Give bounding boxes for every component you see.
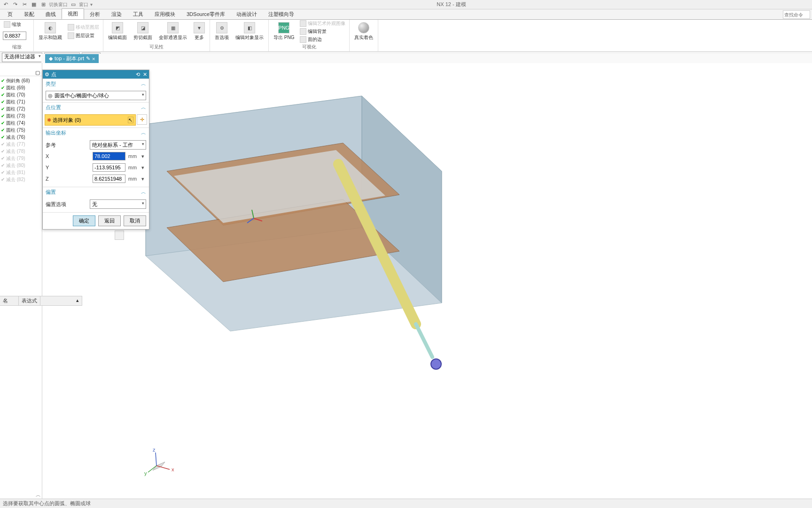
tab-assembly[interactable]: 装配 bbox=[18, 9, 40, 19]
tab-appmodule[interactable]: 应用模块 bbox=[149, 9, 181, 19]
tree-item[interactable]: ✔圆柱 (70) bbox=[0, 91, 42, 98]
tab-curve[interactable]: 曲线 bbox=[40, 9, 62, 19]
chevron-up-icon: ︿ bbox=[141, 189, 146, 196]
tree-item[interactable]: ✔圆柱 (72) bbox=[0, 105, 42, 112]
document-tab[interactable]: ◆ top - 副本.prt ✎ × bbox=[45, 54, 99, 63]
chevron-up-icon: ︿ bbox=[141, 80, 146, 87]
offset-combo[interactable]: 无 bbox=[90, 199, 146, 209]
tree-item-label: 圆柱 (75) bbox=[6, 127, 25, 134]
command-search-input[interactable] bbox=[783, 10, 810, 19]
zoom-value-input[interactable] bbox=[3, 32, 26, 40]
tree-item[interactable]: ✔圆柱 (69) bbox=[0, 84, 42, 91]
tree-item[interactable]: ✔减去 (81) bbox=[0, 169, 42, 176]
redo-icon[interactable]: ↷ bbox=[11, 1, 19, 8]
section-offset-header[interactable]: 偏置︿ bbox=[43, 187, 149, 197]
check-icon: ✔ bbox=[1, 99, 5, 104]
copy-icon[interactable]: ✂ bbox=[21, 1, 28, 8]
more-icon: ▼ bbox=[194, 22, 205, 33]
check-icon: ✔ bbox=[1, 142, 5, 147]
tree-item[interactable]: ✔圆柱 (71) bbox=[0, 98, 42, 105]
edit-section-icon: ◪ bbox=[137, 22, 148, 33]
tree-item-label: 减去 (78) bbox=[6, 148, 25, 155]
point-snap-button[interactable]: ✛ bbox=[137, 114, 147, 125]
type-combo[interactable]: ◎圆弧中心/椭圆中心/球心 bbox=[46, 91, 146, 100]
preferences-button[interactable]: ⚙首选项 bbox=[213, 21, 231, 42]
x-dropdown-icon[interactable]: ▾ bbox=[140, 153, 146, 159]
y-label: Y bbox=[46, 165, 49, 170]
tree-item-label: 倒斜角 (68) bbox=[6, 78, 30, 84]
tab-analysis[interactable]: 分析 bbox=[84, 9, 106, 19]
dialog-titlebar[interactable]: ⚙点 ⟲✕ bbox=[43, 70, 149, 79]
window-label[interactable]: 窗口 bbox=[79, 1, 88, 8]
art-appearance-button[interactable]: 编辑艺术外观图像 bbox=[299, 20, 346, 27]
back-button[interactable]: 返回 bbox=[98, 215, 121, 226]
layer-settings-button[interactable]: 图层设置 bbox=[67, 32, 100, 40]
move-layer-button[interactable]: 移动至图层 bbox=[67, 24, 100, 31]
showhide-button[interactable]: ◐显示和隐藏 bbox=[37, 21, 64, 42]
close-icon[interactable]: ✕ bbox=[143, 71, 147, 78]
section-position-header[interactable]: 点位置︿ bbox=[43, 102, 149, 112]
select-object-row[interactable]: ✱选择对象 (0) ↖ bbox=[45, 114, 136, 126]
col-name[interactable]: 名 bbox=[0, 296, 19, 305]
feature-tree[interactable]: ✔倒斜角 (68)✔圆柱 (69)✔圆柱 (70)✔圆柱 (71)✔圆柱 (72… bbox=[0, 76, 42, 183]
tab-moldwizard[interactable]: 注塑模向导 bbox=[263, 9, 300, 19]
tree-item[interactable]: ✔减去 (79) bbox=[0, 155, 42, 162]
section-coord-header[interactable]: 输出坐标︿ bbox=[43, 127, 149, 138]
face-edges-button[interactable]: 面的边 bbox=[299, 36, 346, 43]
col-sort-icon[interactable]: ▴ bbox=[40, 296, 82, 305]
zoom-button[interactable]: 缩放 bbox=[3, 21, 22, 28]
edit-section-button[interactable]: ◪剪切截面 bbox=[132, 21, 154, 42]
tree-item[interactable]: ✔减去 (77) bbox=[0, 141, 42, 148]
x-input[interactable] bbox=[93, 152, 125, 160]
tab-view[interactable]: 视图 bbox=[62, 8, 84, 19]
edit-object-display-button[interactable]: ◧编辑对象显示 bbox=[234, 21, 265, 42]
svg-line-8 bbox=[416, 324, 432, 357]
paste-icon[interactable]: ▦ bbox=[30, 1, 38, 8]
collapse-arrow-icon[interactable]: ︿ bbox=[36, 492, 41, 499]
window-icon[interactable]: ▭ bbox=[70, 1, 77, 8]
tree-item[interactable]: ✔减去 (76) bbox=[0, 134, 42, 141]
tree-item-label: 圆柱 (73) bbox=[6, 113, 25, 119]
reference-combo[interactable]: 绝对坐标系 - 工作 bbox=[90, 140, 146, 150]
tab-tools[interactable]: 工具 bbox=[127, 9, 149, 19]
z-input[interactable] bbox=[93, 175, 125, 183]
col-expression[interactable]: 表达式 bbox=[19, 296, 40, 305]
tree-item[interactable]: ✔圆柱 (73) bbox=[0, 112, 42, 119]
tab-page[interactable]: 页 bbox=[2, 9, 18, 19]
tree-item[interactable]: ✔减去 (80) bbox=[0, 162, 42, 169]
export-png-button[interactable]: PNG导出 PNG bbox=[272, 21, 296, 42]
tree-item[interactable]: ✔减去 (82) bbox=[0, 176, 42, 183]
tab-animation[interactable]: 动画设计 bbox=[231, 9, 263, 19]
y-dropdown-icon[interactable]: ▾ bbox=[140, 165, 146, 171]
reset-icon[interactable]: ⟲ bbox=[136, 71, 140, 78]
zoom-icon bbox=[4, 21, 10, 28]
ok-button[interactable]: 确定 bbox=[73, 215, 95, 226]
undo-icon[interactable]: ↶ bbox=[2, 1, 9, 8]
more-visibility-button[interactable]: ▼更多 bbox=[192, 21, 207, 42]
panel-toggle-icon[interactable]: ▢ bbox=[35, 70, 40, 76]
tab-3dsource[interactable]: 3DSource零件库 bbox=[181, 9, 231, 19]
y-input[interactable] bbox=[93, 163, 125, 172]
doc-modified-icon: ✎ bbox=[86, 56, 90, 62]
3d-viewport[interactable]: x y z bbox=[42, 63, 812, 499]
toggle-window-icon[interactable]: ⊞ bbox=[39, 1, 47, 8]
clip-section-button[interactable]: ◩编辑截面 bbox=[106, 21, 129, 42]
tree-item[interactable]: ✔圆柱 (74) bbox=[0, 119, 42, 127]
x-unit: mm bbox=[125, 153, 140, 159]
toggle-window-label: 切换窗口 bbox=[49, 1, 68, 8]
tree-item[interactable]: ✔圆柱 (75) bbox=[0, 127, 42, 134]
close-tab-icon[interactable]: × bbox=[92, 56, 95, 62]
section-type-header[interactable]: 类型︿ bbox=[43, 79, 149, 89]
svg-point-9 bbox=[431, 359, 441, 369]
filter-combo[interactable]: 无选择过滤器 bbox=[2, 53, 42, 62]
truecolor-button[interactable]: 真实着色 bbox=[352, 21, 375, 42]
see-through-button[interactable]: ▦全部通透显示 bbox=[157, 21, 189, 42]
tree-item[interactable]: ✔减去 (78) bbox=[0, 148, 42, 155]
tab-render[interactable]: 渲染 bbox=[106, 9, 127, 19]
z-dropdown-icon[interactable]: ▾ bbox=[140, 176, 146, 182]
tree-item[interactable]: ✔倒斜角 (68) bbox=[0, 77, 42, 84]
tree-item-label: 圆柱 (74) bbox=[6, 120, 25, 127]
model-render bbox=[122, 68, 479, 383]
cancel-button[interactable]: 取消 bbox=[124, 215, 146, 226]
edit-background-button[interactable]: 编辑背景 bbox=[299, 28, 346, 35]
